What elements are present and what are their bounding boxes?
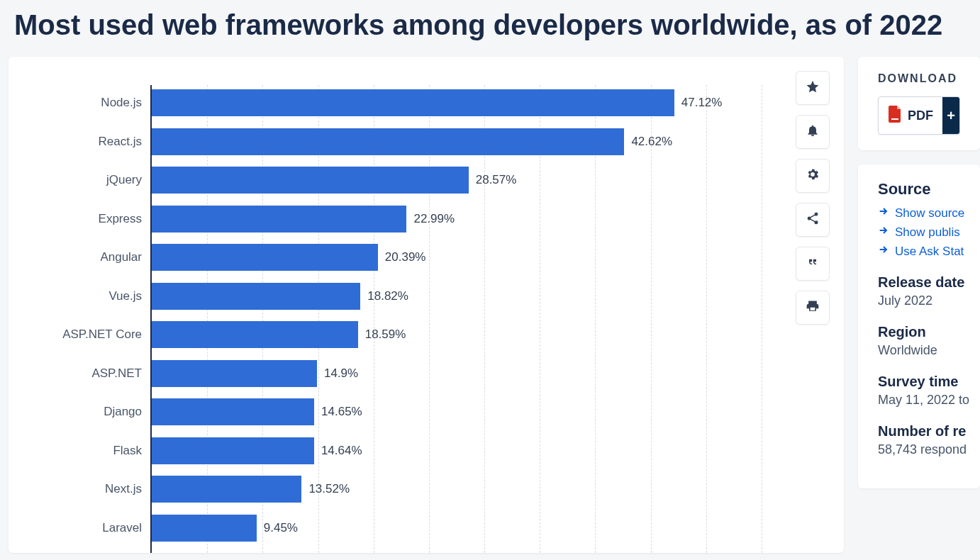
bar-value-label: 18.82% xyxy=(367,289,408,303)
share-button[interactable] xyxy=(796,203,830,237)
arrow-right-icon xyxy=(878,225,889,240)
bar-category-label: ASP.NET xyxy=(24,366,152,381)
bar-category-label: jQuery xyxy=(24,173,152,187)
pdf-icon xyxy=(888,106,902,126)
bar-category-label: Django xyxy=(24,405,152,419)
release-date-value: July 2022 xyxy=(878,293,980,308)
bar-category-label: Express xyxy=(24,212,152,226)
pdf-plus: + xyxy=(942,97,959,134)
chart-card: Node.js47.12%React.js42.62%jQuery28.57%E… xyxy=(9,57,844,553)
bar-row: Express22.99% xyxy=(152,206,455,233)
release-date-label: Release date xyxy=(878,274,980,291)
bar-rect[interactable] xyxy=(152,167,469,194)
ask-statista-link[interactable]: Use Ask Stat xyxy=(878,244,980,259)
bar-row: Flask14.64% xyxy=(152,437,362,464)
bar-category-label: Laravel xyxy=(24,521,152,535)
arrow-right-icon xyxy=(878,206,889,220)
bar-row: Node.js47.12% xyxy=(152,89,722,116)
survey-time-label: Survey time xyxy=(878,374,980,390)
bar-rect[interactable] xyxy=(152,89,674,116)
bar-value-label: 14.9% xyxy=(324,366,358,381)
notify-button[interactable] xyxy=(796,115,830,149)
print-icon xyxy=(806,299,820,316)
bar-value-label: 28.57% xyxy=(476,173,517,187)
pdf-label: PDF xyxy=(908,108,933,123)
quote-icon xyxy=(806,255,820,272)
respondents-value: 58,743 respond xyxy=(878,442,980,457)
bar-value-label: 18.59% xyxy=(365,327,406,342)
bar-rect[interactable] xyxy=(152,321,358,348)
bar-rect[interactable] xyxy=(152,476,301,503)
bar-row: Angular20.39% xyxy=(152,244,425,271)
bar-rect[interactable] xyxy=(152,283,360,310)
chart-toolbar xyxy=(796,71,830,325)
page-title: Most used web frameworks among developer… xyxy=(0,0,980,57)
bar-category-label: Flask xyxy=(24,444,152,458)
source-heading: Source xyxy=(878,180,980,198)
share-icon xyxy=(806,211,820,228)
arrow-right-icon xyxy=(878,244,889,259)
bar-value-label: 9.45% xyxy=(264,521,298,535)
region-value: Worldwide xyxy=(878,343,980,358)
show-sources-link[interactable]: Show source xyxy=(878,206,980,220)
region-label: Region xyxy=(878,324,980,340)
bar-value-label: 13.52% xyxy=(308,482,350,496)
settings-button[interactable] xyxy=(796,159,830,193)
survey-time-value: May 11, 2022 to xyxy=(878,393,980,408)
show-sources-label: Show source xyxy=(895,206,964,220)
bar-rect[interactable] xyxy=(152,206,406,233)
bar-value-label: 22.99% xyxy=(413,212,455,226)
bar-category-label: React.js xyxy=(24,135,152,149)
bar-rect[interactable] xyxy=(152,244,378,271)
gridline xyxy=(762,85,762,553)
bar-row: React.js42.62% xyxy=(152,128,672,155)
bar-category-label: Vue.js xyxy=(24,289,152,303)
bar-rect[interactable] xyxy=(152,437,314,464)
ask-statista-label: Use Ask Stat xyxy=(895,245,964,259)
bar-row: Laravel9.45% xyxy=(152,515,298,542)
bar-row: Django14.65% xyxy=(152,398,362,425)
bar-rect[interactable] xyxy=(152,515,257,542)
gear-icon xyxy=(806,167,820,184)
bar-category-label: Node.js xyxy=(24,96,152,110)
download-heading: DOWNLOAD xyxy=(878,72,980,85)
show-publisher-label: Show publis xyxy=(895,225,960,240)
star-icon xyxy=(806,79,820,96)
sidebar: DOWNLOAD PDF + Source Show source Show p… xyxy=(858,57,980,553)
bar-value-label: 14.64% xyxy=(321,444,362,458)
bar-rect[interactable] xyxy=(152,360,317,387)
bar-rect[interactable] xyxy=(152,398,314,425)
bar-row: Next.js13.52% xyxy=(152,476,350,503)
bar-row: jQuery28.57% xyxy=(152,167,516,194)
bell-icon xyxy=(806,123,820,140)
favorite-button[interactable] xyxy=(796,71,830,105)
respondents-label: Number of re xyxy=(878,423,980,439)
meta-card: Source Show source Show publis Use Ask S… xyxy=(858,164,980,488)
chart-plot: Node.js47.12%React.js42.62%jQuery28.57%E… xyxy=(150,85,760,553)
bar-value-label: 20.39% xyxy=(385,250,426,264)
bar-value-label: 47.12% xyxy=(681,96,723,110)
bar-rect[interactable] xyxy=(152,128,624,155)
chart-bars: Node.js47.12%React.js42.62%jQuery28.57%E… xyxy=(152,85,760,553)
download-pdf-button[interactable]: PDF + xyxy=(878,96,960,135)
bar-row: ASP.NET Core18.59% xyxy=(152,321,406,348)
bar-category-label: Angular xyxy=(24,250,152,264)
bar-category-label: ASP.NET Core xyxy=(24,327,152,342)
bar-value-label: 14.65% xyxy=(321,405,362,419)
bar-value-label: 42.62% xyxy=(631,135,672,149)
print-button[interactable] xyxy=(796,291,830,325)
show-publisher-link[interactable]: Show publis xyxy=(878,225,980,240)
bar-category-label: Next.js xyxy=(24,482,152,496)
bar-row: Vue.js18.82% xyxy=(152,283,408,310)
download-card: DOWNLOAD PDF + xyxy=(858,57,980,150)
bar-row: ASP.NET14.9% xyxy=(152,360,358,387)
cite-button[interactable] xyxy=(796,247,830,281)
